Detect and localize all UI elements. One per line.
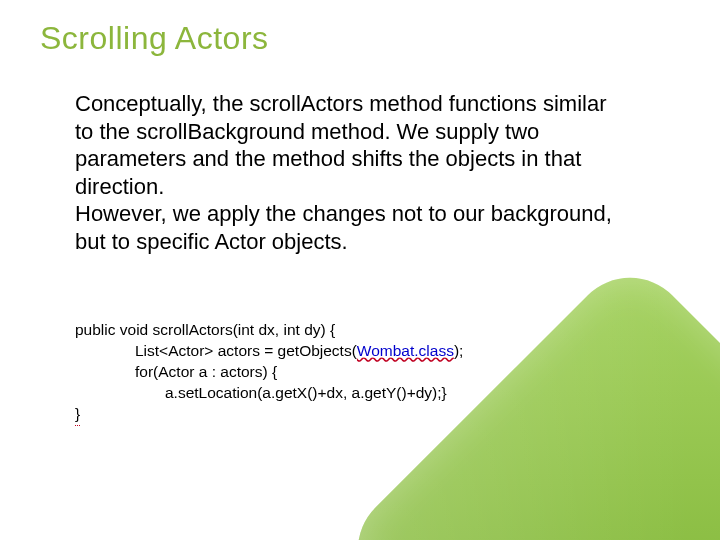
code-class-ref: Wombat.class [357, 342, 454, 359]
slide-title: Scrolling Actors [40, 20, 269, 57]
code-line-5: } [75, 405, 80, 422]
body-paragraph-2: However, we apply the changes not to our… [75, 201, 612, 254]
body-paragraph-1: Conceptually, the scrollActors method fu… [75, 91, 606, 199]
slide: Scrolling Actors Conceptually, the scrol… [0, 0, 720, 540]
code-line-1: public void scrollActors(int dx, int dy)… [75, 321, 335, 338]
code-line-2a: List<Actor> actors = getObjects( [135, 342, 357, 359]
body-text: Conceptually, the scrollActors method fu… [75, 90, 630, 255]
code-line-2c: ); [454, 342, 463, 359]
